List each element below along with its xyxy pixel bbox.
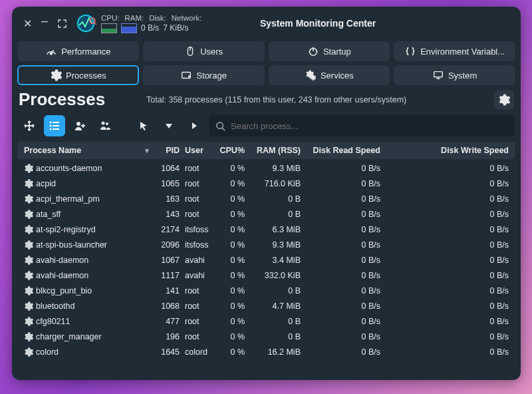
tab-env[interactable]: Environment Variabl... [394, 41, 515, 61]
process-icon [24, 332, 33, 341]
list-view-button[interactable] [44, 115, 65, 136]
process-pid: 2096 [153, 240, 182, 250]
svg-point-28 [217, 122, 223, 128]
tab-label: System [448, 71, 477, 81]
show-user-processes-button[interactable] [69, 115, 90, 136]
process-disk-read: 0 B/s [303, 179, 383, 188]
tab-label: Storage [196, 71, 227, 81]
table-body[interactable]: accounts-daemon1064root0 %9.3 MiB0 B/s0 … [17, 160, 515, 359]
tab-performance[interactable]: Performance [17, 41, 139, 61]
window-title: System Monitoring Center [201, 18, 514, 29]
window-close-button[interactable]: ✕ [19, 15, 36, 32]
table-row[interactable]: charger_manager196root0 %0 B0 B/s0 B/s [17, 329, 515, 344]
process-user: root [182, 210, 215, 219]
svg-point-19 [50, 128, 52, 130]
gear-icon [50, 69, 62, 81]
drive-icon [180, 69, 192, 81]
process-user: itsfoss [182, 225, 215, 234]
table-row[interactable]: ata_sff143root0 %0 B0 B/s0 B/s [17, 206, 515, 222]
col-disk-read[interactable]: Disk Read Speed [303, 146, 383, 155]
col-ram[interactable]: RAM (RSS) [247, 146, 303, 155]
process-toolbar [12, 112, 521, 142]
process-ram: 0 B [247, 317, 303, 326]
process-ram: 4.7 MiB [247, 301, 303, 311]
process-disk-read: 0 B/s [303, 210, 383, 219]
braces-icon [404, 45, 416, 57]
window-minimize-button[interactable]: – [36, 15, 53, 32]
process-ram: 0 B [247, 194, 303, 204]
process-user: root [182, 301, 215, 311]
table-row[interactable]: at-spi-bus-launcher2096itsfoss0 %9.3 MiB… [17, 237, 515, 252]
tab-services[interactable]: Services [269, 65, 390, 85]
col-disk-write[interactable]: Disk Write Speed [383, 146, 511, 155]
sort-down-button[interactable] [158, 115, 180, 136]
process-name: acpi_thermal_pm [36, 194, 100, 204]
disk-label: Disk: [149, 14, 166, 22]
search-input[interactable] [231, 121, 507, 131]
main-tabs: PerformanceUsersStartupEnvironment Varia… [12, 39, 521, 89]
heading-row: Processes Total: 358 processes (115 from… [12, 89, 521, 112]
expand-all-button[interactable] [19, 115, 40, 136]
process-disk-read: 0 B/s [303, 240, 383, 250]
cursor-select-button[interactable] [133, 115, 154, 136]
process-icon [24, 301, 33, 311]
process-name: blkcg_punt_bio [36, 286, 92, 296]
process-user: itsfoss [182, 240, 215, 250]
process-icon [24, 210, 33, 219]
window-maximize-button[interactable] [53, 15, 70, 32]
svg-point-18 [50, 125, 52, 127]
col-cpu[interactable]: CPU% [215, 146, 247, 155]
sort-right-button[interactable] [184, 115, 205, 136]
process-icon [24, 271, 33, 280]
table-row[interactable]: acpid1065root0 %716.0 KiB0 B/s0 B/s [17, 176, 515, 191]
show-all-processes-button[interactable] [94, 115, 116, 136]
process-icon [24, 286, 33, 296]
network-speed-value: 7 KiB/s [163, 23, 188, 33]
col-pid[interactable]: PID [153, 146, 182, 155]
mouse-icon [184, 45, 196, 57]
table-row[interactable]: avahi-daemon1117avahi0 %332.0 KiB0 B/s0 … [17, 268, 515, 283]
table-row[interactable]: bluetoothd1068root0 %4.7 MiB0 B/s0 B/s [17, 298, 515, 313]
gears-icon [305, 69, 317, 81]
tab-processes[interactable]: Processes [17, 65, 139, 85]
process-icon [24, 240, 33, 250]
process-pid: 477 [153, 317, 182, 326]
ram-chip [121, 23, 137, 33]
process-disk-read: 0 B/s [303, 271, 383, 280]
table-row[interactable]: acpi_thermal_pm163root0 %0 B0 B/s0 B/s [17, 191, 515, 206]
process-cpu: 0 % [215, 225, 247, 234]
process-icon [24, 317, 33, 326]
process-disk-read: 0 B/s [303, 332, 383, 341]
svg-point-11 [189, 76, 190, 77]
page-heading: Processes [19, 89, 105, 110]
process-disk-write: 0 B/s [383, 256, 511, 265]
table-row[interactable]: avahi-daemon1067avahi0 %3.4 MiB0 B/s0 B/… [17, 252, 515, 268]
tab-label: Startup [323, 47, 351, 57]
process-pid: 163 [153, 194, 182, 204]
process-disk-read: 0 B/s [303, 194, 383, 204]
process-user: colord [182, 347, 215, 357]
process-cpu: 0 % [215, 256, 247, 265]
process-disk-read: 0 B/s [303, 286, 383, 296]
table-row[interactable]: blkcg_punt_bio141root0 %0 B0 B/s0 B/s [17, 283, 515, 298]
table-row[interactable]: at-spi2-registryd2174itsfoss0 %6.3 MiB0 … [17, 222, 515, 237]
process-pid: 1065 [153, 179, 182, 188]
process-user: avahi [182, 256, 215, 265]
settings-button[interactable] [494, 90, 514, 110]
process-user: root [182, 317, 215, 326]
col-user[interactable]: User [182, 146, 215, 155]
process-icon [24, 179, 33, 188]
table-row[interactable]: cfg80211477root0 %0 B0 B/s0 B/s [17, 313, 515, 329]
tab-startup[interactable]: Startup [269, 41, 390, 61]
process-pid: 1067 [153, 256, 182, 265]
table-row[interactable]: accounts-daemon1064root0 %9.3 MiB0 B/s0 … [17, 160, 515, 176]
tab-storage[interactable]: Storage [143, 65, 265, 85]
tab-system[interactable]: System [394, 65, 515, 85]
network-label: Network: [172, 14, 201, 22]
table-row[interactable]: colord1645colord0 %16.2 MiB0 B/s0 B/s [17, 344, 515, 359]
table-header[interactable]: Process Name ▼ PID User CPU% RAM (RSS) D… [17, 142, 515, 159]
process-cpu: 0 % [215, 194, 247, 204]
search-field[interactable] [209, 115, 514, 136]
process-disk-read: 0 B/s [303, 301, 383, 311]
tab-users[interactable]: Users [143, 41, 265, 61]
